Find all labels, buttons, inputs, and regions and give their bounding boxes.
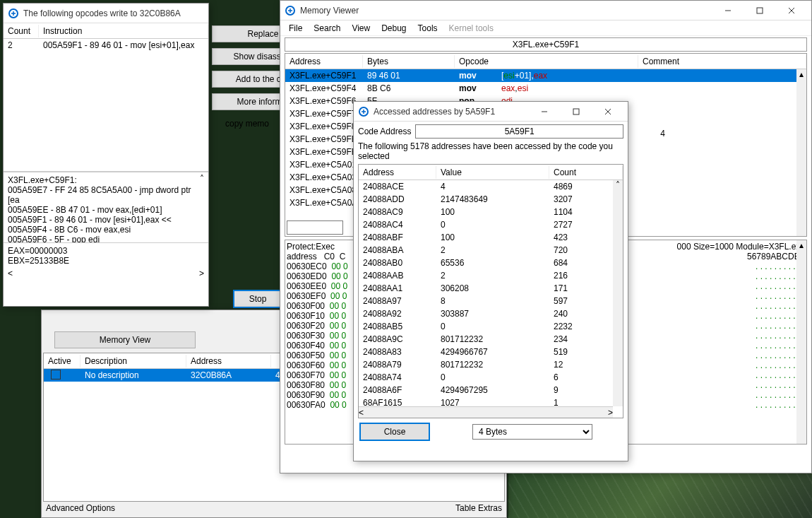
cheat-engine-icon	[285, 5, 296, 16]
copy-memory-label: copy memo	[212, 116, 282, 131]
accessed-row[interactable]: 24088A92303887240	[359, 307, 623, 320]
address-bar[interactable]: X3FL.exe+C59F1	[285, 37, 807, 52]
disasm-line: 005A59F6 - 5F - pop edi	[8, 235, 204, 242]
disasm-line: 005A59F1 - 89 46 01 - mov [esi+01],eax <…	[8, 215, 204, 225]
menu-search[interactable]: Search	[308, 22, 346, 35]
accessed-row[interactable]: 24088AAB2216	[359, 269, 623, 282]
disasm-line: 005A59E7 - FF 24 85 8C5A5A00 - jmp dword…	[8, 185, 204, 205]
active-checkbox[interactable]	[51, 370, 61, 379]
col-count[interactable]: Count	[549, 166, 623, 179]
accessed-row[interactable]: 24088AC402727	[359, 218, 623, 231]
disasm-row[interactable]: X3FL.exe+C59F48B C6moveax,esi	[285, 82, 806, 95]
close-button[interactable]	[775, 1, 807, 20]
menu-file[interactable]: File	[283, 22, 308, 35]
menu-bar[interactable]: File Search View Debug Tools Kernel tool…	[280, 20, 811, 36]
col-address[interactable]: Address	[186, 355, 271, 367]
col-count[interactable]: Count	[4, 25, 39, 37]
window-title: Memory Viewer	[300, 6, 712, 16]
svg-rect-6	[573, 109, 579, 114]
accessed-addresses-grid[interactable]: Address Value Count 24088ACE4486924088AD…	[358, 164, 623, 418]
maximize-button[interactable]	[560, 102, 592, 122]
menu-tools[interactable]: Tools	[412, 22, 443, 35]
cheat-engine-icon	[8, 8, 19, 19]
grid-vertical-scrollbar[interactable]: ˄	[613, 180, 623, 406]
dialog-title: Accessed addresses by 5A59F1	[374, 107, 528, 117]
accessed-row[interactable]: 24088AC91001104	[359, 206, 623, 218]
accessed-row[interactable]: 24088AB065536684	[359, 257, 623, 269]
accessed-row[interactable]: 24088ACE44869	[359, 180, 623, 193]
col-active[interactable]: Active	[44, 355, 80, 367]
minimize-button[interactable]	[528, 102, 560, 122]
menu-view[interactable]: View	[346, 22, 376, 35]
col-address[interactable]: Address	[285, 55, 363, 68]
code-address-input[interactable]	[415, 124, 623, 139]
hex-module-label: 000 Size=1000 Module=X3FL.exe	[677, 242, 805, 252]
memory-view-button[interactable]: Memory View	[54, 331, 196, 348]
disasm-scrollbar[interactable]: ▴	[796, 69, 806, 236]
disasm-line: 005A59EE - 8B 47 01 - mov eax,[edi+01]	[8, 205, 204, 215]
table-extras-link[interactable]: Table Extras	[455, 503, 502, 516]
close-button[interactable]	[592, 102, 623, 122]
scroll-right-icon[interactable]: >	[199, 269, 204, 278]
menu-debug[interactable]: Debug	[376, 22, 412, 35]
close-dialog-button[interactable]: Close	[359, 423, 430, 441]
code-address-label: Code Address	[358, 126, 411, 136]
disasm-row[interactable]: X3FL.exe+C59F189 46 01mov[esi+01],eax	[285, 69, 806, 82]
row-instruction: 005A59F1 - 89 46 01 - mov [esi+01],eax	[39, 40, 208, 50]
info-text: The following 5178 addresses have been a…	[358, 141, 623, 161]
accessed-addresses-dialog: Accessed addresses by 5A59F1 Code Addres…	[353, 101, 628, 461]
accessed-row[interactable]: 24088ABA2720	[359, 244, 623, 257]
hex-scrollbar[interactable]: ▴	[796, 240, 806, 444]
accessed-row[interactable]: 24088A7406	[359, 371, 623, 384]
accessed-row[interactable]: 24088A978597	[359, 295, 623, 307]
row-count: 2	[4, 40, 39, 50]
svg-rect-2	[757, 8, 763, 13]
accessed-row[interactable]: 24088A9C801712232234	[359, 333, 623, 346]
accessed-row[interactable]: 24088ABF100423	[359, 231, 623, 244]
caret-up-icon[interactable]: ˄	[197, 174, 207, 184]
disasm-title: X3FL.exe+C59F1:	[8, 175, 204, 185]
col-opcode[interactable]: Opcode	[455, 55, 638, 68]
accessed-row[interactable]: 24088AB502232	[359, 320, 623, 333]
register-line: EBX=25133B8E	[8, 256, 204, 266]
advanced-options-link[interactable]: Advanced Options	[46, 503, 115, 516]
minimize-button[interactable]	[712, 1, 744, 20]
disasm-line: 005A59F4 - 8B C6 - mov eax,esi	[8, 225, 204, 235]
opcode-row[interactable]: 2 005A59F1 - 89 46 01 - mov [esi+01],eax	[4, 39, 208, 52]
menu-kernel-tools[interactable]: Kernel tools	[443, 22, 499, 35]
register-line: EAX=00000003	[8, 246, 204, 256]
row-address: 32C0B86A	[186, 370, 271, 380]
hex-protect-label: Protect:Exec	[287, 242, 335, 252]
stop-button[interactable]: Stop	[233, 290, 282, 308]
maximize-button[interactable]	[744, 1, 775, 20]
window-title: The following opcodes write to 32C0B86A	[23, 8, 204, 18]
row-description: No description	[80, 370, 186, 380]
grid-horizontal-scrollbar[interactable]: <>	[359, 406, 613, 418]
col-description[interactable]: Description	[80, 355, 186, 367]
scroll-left-icon[interactable]: <	[8, 269, 13, 278]
hex-col-header: address C0 C	[287, 252, 345, 261]
col-bytes[interactable]: Bytes	[363, 55, 455, 68]
extra-value: 4	[660, 129, 665, 139]
accessed-row[interactable]: 24088A6F42949672959	[359, 384, 623, 396]
accessed-row[interactable]: 24088AA1306208171	[359, 282, 623, 295]
value-type-select[interactable]: 4 Bytes	[472, 424, 592, 440]
cheat-engine-icon	[358, 106, 369, 117]
accessed-row[interactable]: 24088ADD21474836493207	[359, 193, 623, 206]
goto-address-input[interactable]	[287, 220, 343, 235]
col-address[interactable]: Address	[359, 166, 436, 179]
col-comment[interactable]: Comment	[638, 55, 806, 68]
col-value[interactable]: Value	[436, 166, 549, 179]
opcodes-write-window: The following opcodes write to 32C0B86A …	[3, 3, 209, 307]
col-instruction[interactable]: Instruction	[39, 25, 208, 37]
accessed-row[interactable]: 24088A7980171223212	[359, 358, 623, 371]
accessed-row[interactable]: 24088A834294966767519	[359, 346, 623, 358]
